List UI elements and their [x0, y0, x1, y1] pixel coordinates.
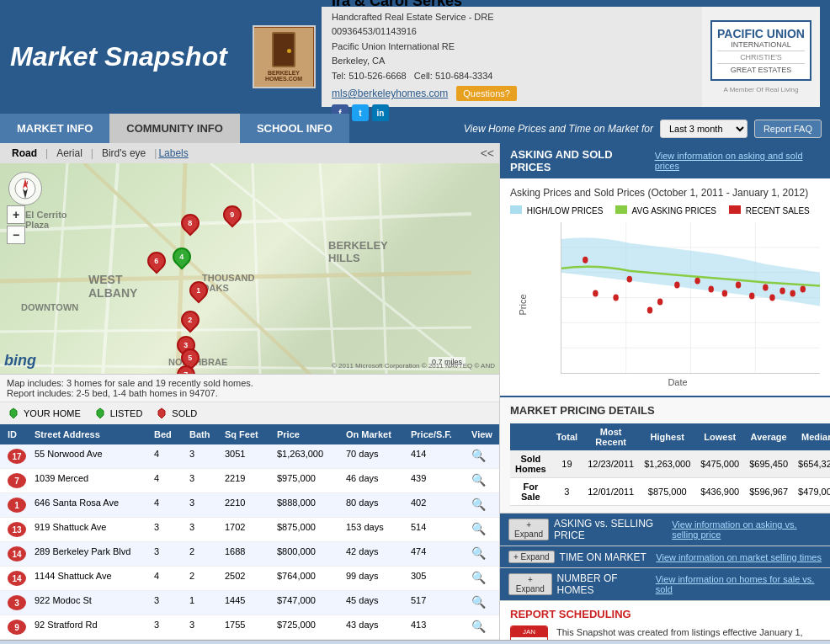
pricing-highest: $1,263,000 [639, 450, 695, 478]
agent-website[interactable]: www.berkeleyhomes.com [396, 108, 501, 118]
agent-company: Pacific Union International RE [332, 40, 692, 55]
report-faq-button[interactable]: Report FAQ [754, 120, 822, 138]
table-row: 1 646 Santa Rosa Ave 4 3 2210 $888,000 8… [0, 493, 499, 518]
nav-right-area: View Home Prices and Time on Market for … [349, 120, 830, 138]
market-info-tab[interactable]: MARKET INFO [0, 114, 109, 143]
time-period-select[interactable]: Last 3 month Last 6 month Last 12 month [660, 120, 748, 138]
view-icon[interactable]: 🔍 [471, 620, 486, 633]
row-bed: 3 [152, 520, 185, 539]
row-price: $764,000 [274, 569, 342, 588]
zoom-in-button[interactable]: + [7, 205, 25, 224]
contact-info: Ira & Carol Serkes Handcrafted Real Esta… [322, 7, 702, 107]
expand-time-btn[interactable]: + Expand [508, 551, 555, 563]
school-info-tab[interactable]: SCHOOL INFO [240, 114, 349, 143]
row-id: 3 [5, 593, 30, 612]
row-view[interactable]: 🔍 [469, 520, 494, 539]
view-icon[interactable]: 🔍 [471, 449, 486, 462]
expand-homes-link[interactable]: View information on homes for sale vs. s… [656, 574, 822, 594]
agent-tel-cell: Tel: 510-526-6668 Cell: 510-684-3334 [332, 69, 692, 84]
table-row: 9 92 Stratford Rd 3 3 1755 $725,000 43 d… [0, 615, 499, 640]
expand-asking-selling-btn[interactable]: + Expand [508, 519, 549, 540]
zoom-out-button[interactable]: − [7, 226, 25, 244]
asking-sold-link[interactable]: View information on asking and sold pric… [655, 151, 820, 171]
svg-line-0 [51, 163, 67, 374]
left-panel: Road | Aerial | Bird's eye | Labels << [0, 143, 500, 640]
col-sqft: Sq Feet [222, 428, 273, 441]
pricing-highest: $875,000 [639, 478, 695, 506]
row-address: 1144 Shattuck Ave [32, 569, 150, 588]
map-collapse-button[interactable]: << [481, 146, 494, 160]
table-row: 13 919 Shattuck Ave 3 3 1702 $875,000 15… [0, 518, 499, 542]
map-tab-aerial[interactable]: Aerial [50, 145, 89, 162]
row-id: 14 [5, 569, 30, 588]
expand-homes-btn[interactable]: + Expand [508, 573, 552, 595]
row-on-market: 153 days [343, 520, 407, 539]
map-tab-road[interactable]: Road [5, 145, 44, 162]
pacific-title: PACIFIC UNION [717, 27, 805, 40]
row-view[interactable]: 🔍 [469, 593, 494, 612]
pacific-tag: A Member Of Real Living [724, 86, 799, 93]
expand-time-header[interactable]: + Expand TIME ON MARKET View information… [500, 546, 830, 567]
pricing-col-recent: Most Recent [583, 423, 639, 450]
row-view[interactable]: 🔍 [469, 618, 494, 636]
row-price: $1,263,000 [274, 447, 342, 466]
map-tab-labels[interactable]: Labels [158, 147, 188, 159]
community-info-tab[interactable]: COMMUNITY INFO [109, 114, 240, 143]
map-label-downtown: DOWNTOWN [21, 302, 78, 312]
pricing-col-lowest: Lowest [695, 423, 744, 450]
pricing-col-total: Total [551, 423, 583, 450]
row-price-sf: 413 [408, 618, 467, 636]
col-id: ID [5, 428, 30, 441]
row-on-market: 99 days [343, 569, 407, 588]
pacific-sub1: INTERNATIONAL [717, 40, 805, 49]
row-on-market: 43 days [343, 618, 407, 636]
row-bath: 3 [187, 471, 221, 490]
row-price-sf: 514 [408, 520, 467, 539]
view-icon[interactable]: 🔍 [471, 473, 486, 487]
svg-point-43 [801, 286, 806, 293]
view-icon[interactable]: 🔍 [471, 522, 486, 535]
row-view[interactable]: 🔍 [469, 545, 494, 563]
view-icon[interactable]: 🔍 [471, 498, 486, 511]
row-view[interactable]: 🔍 [469, 569, 494, 588]
svg-marker-17 [97, 408, 104, 418]
row-id: 17 [5, 447, 30, 466]
pricing-row: Sold Homes 19 12/23/2011 $1,263,000 $475… [510, 450, 830, 478]
svg-point-41 [779, 288, 785, 295]
row-view[interactable]: 🔍 [469, 471, 494, 490]
row-bath: 3 [187, 618, 221, 636]
asking-sold-title: ASKING AND SOLD PRICES [510, 148, 648, 173]
pricing-col-median: Median [793, 423, 830, 450]
row-bed: 3 [152, 618, 185, 636]
expand-asking-selling-header[interactable]: + Expand ASKING vs. SELLING PRICE View i… [500, 514, 830, 546]
table-row: 17 55 Norwood Ave 4 3 3051 $1,263,000 70… [0, 444, 499, 469]
row-id: 1 [5, 496, 30, 514]
expand-time-link[interactable]: View information on market selling times [656, 552, 822, 562]
svg-point-32 [657, 298, 662, 305]
expand-homes-header[interactable]: + Expand NUMBER OF HOMES View informatio… [500, 568, 830, 600]
view-icon[interactable]: 🔍 [471, 546, 486, 560]
row-view[interactable]: 🔍 [469, 447, 494, 466]
questions-button[interactable]: Questions? [456, 86, 517, 101]
view-icon[interactable]: 🔍 [471, 595, 486, 609]
row-price: $888,000 [274, 496, 342, 514]
svg-point-39 [763, 285, 768, 291]
row-sqft: 1755 [222, 618, 273, 636]
map-tab-bird[interactable]: Bird's eye [95, 145, 152, 162]
legend-sold: SOLD [155, 407, 197, 420]
row-id: 7 [5, 471, 30, 490]
row-view[interactable]: 🔍 [469, 496, 494, 514]
view-icon[interactable]: 🔍 [471, 571, 486, 584]
col-on-market: On Market [343, 428, 407, 441]
svg-point-27 [583, 257, 588, 263]
expand-asking-selling-link[interactable]: View information on asking vs. selling p… [672, 519, 822, 540]
agent-email[interactable]: mls@berkeleyhomes.com [332, 88, 448, 99]
row-address: 92 Stratford Rd [32, 618, 150, 636]
report-scheduling-section: REPORT SCHEDULING JAN 1 This Snapshot wa… [500, 600, 830, 640]
col-address: Street Address [32, 428, 150, 441]
svg-line-10 [84, 163, 337, 374]
row-bath: 2 [187, 569, 221, 588]
agent-dre: 00936453/01143916 [332, 24, 692, 40]
row-bath: 1 [187, 593, 221, 612]
high-low-color [510, 205, 522, 214]
